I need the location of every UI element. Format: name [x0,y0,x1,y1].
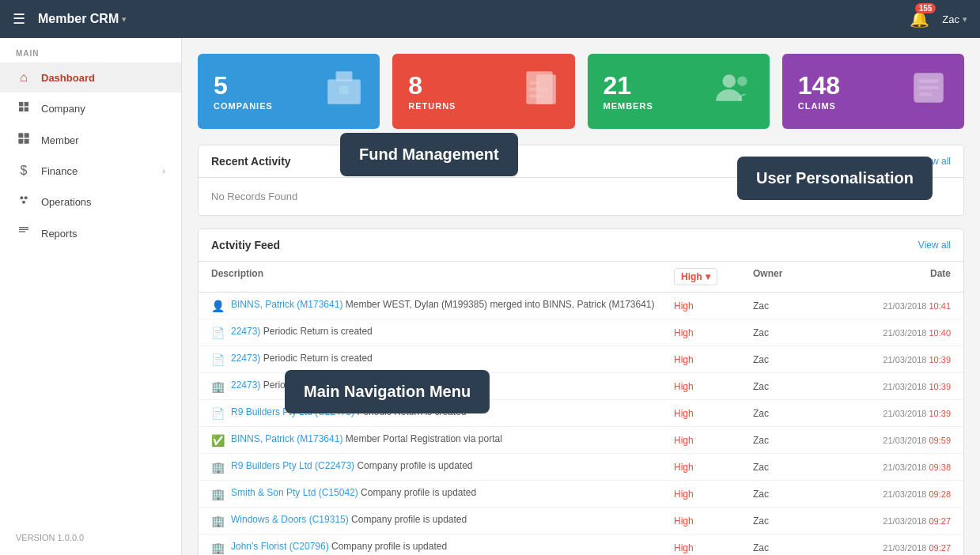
stat-card-returns[interactable]: 8 RETURNS [392,54,574,129]
recent-activity-section: Recent Activity Date View all No Records… [198,145,964,216]
returns-count: 8 [408,73,456,98]
col-priority-wrapper: High ▾ [674,268,753,285]
row-priority: High [674,300,753,311]
top-navigation: ☰ Member CRM ▾ 🔔 155 Zac ▾ [0,0,980,38]
row-owner: Zac [753,542,832,553]
svg-rect-26 [919,86,939,89]
row-link[interactable]: BINNS, Patrick (M173641) [231,433,342,444]
user-menu[interactable]: Zac [942,13,959,25]
row-description: 📄 22473) Periodic Return is created [211,326,674,339]
svg-rect-13 [19,231,25,232]
members-icon [714,68,754,115]
sidebar-item-finance[interactable]: $ Finance › [0,156,181,186]
row-link[interactable]: Windows & Doors (C19315) [231,514,349,525]
priority-value: High [681,271,702,282]
row-priority: High [674,489,753,500]
stat-card-members[interactable]: 21 MEMBERS [588,54,770,129]
recent-activity-date-label: Date [866,156,887,167]
row-type-icon: 📄 [211,353,225,366]
stat-card-claims[interactable]: 148 CLAIMS [782,54,964,129]
stat-card-companies[interactable]: 5 COMPANIES [198,54,380,129]
table-row: 📄 22473) Periodic Return is created High… [199,319,963,346]
companies-label: COMPANIES [214,101,273,111]
table-row: 🏢 John's Florist (C20796) Company profil… [199,534,963,555]
row-type-icon: 🏢 [211,461,225,474]
home-icon: ⌂ [16,70,32,85]
table-row: 📄 22473) Periodic Return is created High… [199,346,963,373]
row-priority: High [674,515,753,527]
svg-rect-21 [535,74,555,104]
table-row: 👤 BINNS, Patrick (M173641) Member WEST, … [199,293,963,319]
user-arrow-icon[interactable]: ▾ [963,14,967,25]
row-text: Member Portal Registration via portal [342,433,501,444]
svg-rect-6 [18,139,23,144]
row-link[interactable]: Smith & Son Pty Ltd (C15042) [231,487,358,498]
row-priority: High [674,462,753,473]
row-text: Periodic Return is created [260,353,372,364]
row-text: Periodic Return is created [354,406,466,417]
sidebar-item-dashboard[interactable]: ⌂ Dashboard [0,62,181,92]
row-type-icon: 👤 [211,300,225,312]
members-label: MEMBERS [604,101,653,111]
table-row: 🏢 22473) Periodic Return is created High… [199,373,963,400]
members-count: 21 [604,73,653,98]
row-description: ✅ BINNS, Patrick (M173641) Member Portal… [211,433,674,447]
svg-rect-27 [919,92,933,96]
row-priority: High [674,435,753,446]
row-priority: High [674,354,753,365]
hamburger-menu[interactable]: ☰ [13,10,25,28]
priority-dropdown[interactable]: High ▾ [674,268,717,285]
sidebar-item-label: Member [41,134,79,146]
svg-rect-25 [919,80,939,83]
recent-activity-header: Recent Activity Date View all [199,145,963,178]
row-type-icon: 🏢 [211,488,225,500]
claims-count: 148 [798,73,840,98]
sidebar-item-label: Finance [41,165,78,177]
row-priority: High [674,381,753,392]
app-title: Member CRM [38,12,119,26]
row-owner: Zac [753,354,832,365]
stat-cards-row: 5 COMPANIES 8 RETURNS [198,54,964,129]
svg-rect-1 [25,102,28,106]
sidebar-item-label: Operations [41,196,92,208]
svg-point-23 [737,76,747,86]
sidebar-item-reports[interactable]: Reports [0,217,181,249]
svg-point-8 [20,196,23,199]
row-link[interactable]: R9 Builders Pty Ltd (C22473) [231,460,354,471]
row-owner: Zac [753,462,832,473]
app-title-arrow[interactable]: ▾ [122,14,127,25]
no-records-message: No Records Found [199,178,963,215]
row-date: 21/03/2018 10:39 [832,355,951,364]
row-text: Company profile is updated [329,541,447,552]
row-priority: High [674,542,753,553]
sidebar-item-operations[interactable]: Operations [0,186,181,217]
chevron-down-icon: ▾ [706,271,710,282]
content-area: Fund Management User Personalisation Mai… [182,38,980,555]
row-link[interactable]: 22473) [231,326,260,337]
activity-feed-view-all[interactable]: View all [918,240,951,251]
row-link[interactable]: R9 Builders Pty Ltd (C22473) [231,406,354,417]
operations-icon [16,194,32,210]
notifications-wrapper: 🔔 155 [910,9,929,28]
row-link[interactable]: John's Florist (C20796) [231,541,329,552]
row-description: 👤 BINNS, Patrick (M173641) Member WEST, … [211,299,674,312]
row-owner: Zac [753,435,832,446]
member-icon [16,132,32,148]
row-link[interactable]: 22473) [231,353,260,364]
row-link[interactable]: BINNS, Patrick (M173641) [231,299,342,310]
svg-rect-4 [18,133,23,138]
sidebar-item-company[interactable]: Company [0,92,181,124]
row-description: 🏢 Windows & Doors (C19315) Company profi… [211,514,674,527]
row-description: 🏢 R9 Builders Pty Ltd (C22473) Company p… [211,460,674,474]
notification-badge: 155 [915,3,936,13]
activity-feed-table-header: Description High ▾ Owner Date [199,262,963,293]
sidebar-item-member[interactable]: Member [0,124,181,156]
recent-activity-view-all[interactable]: View all [918,156,951,167]
row-link[interactable]: 22473) [231,379,260,391]
table-row: 🏢 Smith & Son Pty Ltd (C15042) Company p… [199,481,963,508]
row-owner: Zac [753,327,832,338]
svg-point-9 [25,196,28,199]
claims-icon [909,68,948,115]
row-text: Periodic Return is created [260,379,372,391]
row-date: 21/03/2018 10:40 [832,328,951,338]
